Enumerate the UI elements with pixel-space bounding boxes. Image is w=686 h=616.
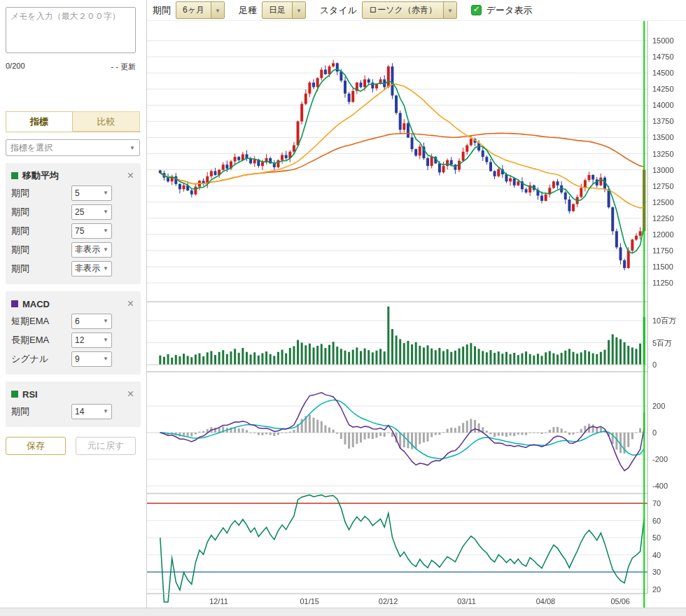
sidebar-tabs: 指標 比較: [6, 111, 141, 132]
data-display-checkbox[interactable]: [471, 5, 482, 15]
memo-update-label[interactable]: - - 更新: [111, 62, 136, 72]
panel-title: RSI: [22, 389, 126, 400]
style-label: スタイル: [320, 4, 357, 17]
memo-input[interactable]: [6, 7, 136, 53]
panel-macd: MACD 短期EMA 6 長期EMA 12 シグナル 9: [6, 291, 141, 374]
chevron-down-icon: [103, 246, 108, 253]
chevron-down-icon: [103, 318, 108, 324]
chevron-down-icon: [296, 8, 302, 14]
param-label: シグナル: [11, 353, 71, 365]
panel-rsi: RSI 期間 14: [6, 382, 141, 427]
macd-long-ema-select[interactable]: 12: [71, 332, 112, 348]
chevron-down-icon: [103, 227, 108, 234]
reset-button[interactable]: 元に戻す: [76, 437, 136, 455]
data-display-label: データ表示: [486, 4, 533, 17]
chevron-down-icon: [103, 356, 108, 362]
style-dropdown[interactable]: ローソク（赤青）: [362, 1, 457, 19]
chevron-down-icon: [103, 190, 108, 196]
chevron-down-icon: [103, 408, 108, 414]
stock-chart-canvas[interactable]: [147, 21, 686, 616]
param-label: 期間: [11, 405, 71, 418]
stock-chart-app: 0/200 - - 更新 指標 比較 指標を選択 移動平均 期間 5 期間 25…: [0, 0, 686, 616]
indicator-select[interactable]: 指標を選択: [6, 139, 140, 156]
bartype-label: 足種: [239, 4, 257, 17]
close-icon[interactable]: [126, 389, 135, 399]
period-label: 期間: [153, 4, 171, 17]
close-icon[interactable]: [126, 299, 135, 309]
chevron-down-icon: [103, 265, 108, 272]
param-label: 期間: [11, 244, 71, 256]
close-icon[interactable]: [126, 171, 135, 181]
chevron-down-icon: [215, 8, 220, 14]
chevron-down-icon: [103, 209, 108, 215]
chevron-down-icon: [130, 145, 135, 151]
save-button[interactable]: 保存: [6, 437, 66, 455]
chart-toolbar: 期間 6ヶ月 足種 日足 スタイル ローソク（赤青） データ表示: [147, 0, 686, 21]
memo-counter: 0/200: [6, 62, 25, 72]
macd-signal-select[interactable]: 9: [71, 351, 112, 367]
rsi-color-swatch-icon: [11, 391, 18, 398]
param-label: 短期EMA: [11, 315, 71, 328]
chart-region: [147, 21, 686, 616]
panel-moving-average: 移動平均 期間 5 期間 25 期間 75 期間 非表示 期間 非表示: [6, 163, 141, 284]
panel-title: 移動平均: [22, 169, 126, 182]
macd-color-swatch-icon: [11, 300, 18, 307]
param-label: 期間: [11, 187, 71, 200]
tab-compare[interactable]: 比較: [73, 111, 140, 132]
chevron-down-icon: [447, 8, 453, 14]
rsi-period-select[interactable]: 14: [71, 404, 112, 419]
ma-period-3-select[interactable]: 75: [71, 223, 112, 239]
ma-period-1-select[interactable]: 5: [71, 186, 112, 201]
ma-period-2-select[interactable]: 25: [71, 204, 112, 220]
ma-period-4-select[interactable]: 非表示: [71, 242, 112, 258]
param-label: 期間: [11, 225, 71, 237]
period-dropdown[interactable]: 6ヶ月: [176, 1, 225, 19]
indicator-select-placeholder: 指標を選択: [10, 142, 52, 154]
ma-color-swatch-icon: [11, 172, 18, 179]
sidebar: 0/200 - - 更新 指標 比較 指標を選択 移動平均 期間 5 期間 25…: [0, 0, 147, 616]
param-label: 期間: [11, 262, 71, 275]
bartype-dropdown[interactable]: 日足: [262, 1, 306, 19]
panel-title: MACD: [22, 299, 126, 309]
bottom-scroll-strip[interactable]: [0, 608, 686, 616]
param-label: 長期EMA: [11, 334, 71, 346]
tab-indicators[interactable]: 指標: [6, 111, 73, 132]
chevron-down-icon: [103, 337, 108, 343]
macd-short-ema-select[interactable]: 6: [71, 314, 112, 329]
param-label: 期間: [11, 206, 71, 218]
ma-period-5-select[interactable]: 非表示: [71, 261, 112, 276]
